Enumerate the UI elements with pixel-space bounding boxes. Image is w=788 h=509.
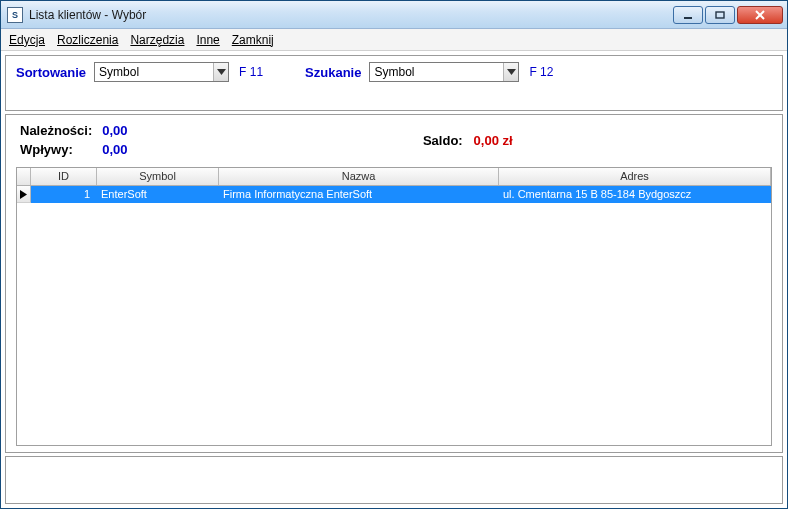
sort-input[interactable] [95, 63, 213, 81]
col-header-adres[interactable]: Adres [499, 168, 771, 185]
cell-nazwa[interactable]: Firma Informatyczna EnterSoft [219, 186, 499, 203]
chevron-down-icon [507, 69, 516, 75]
menu-edycja[interactable]: Edycja [9, 33, 45, 47]
col-header-symbol[interactable]: Symbol [97, 168, 219, 185]
close-icon [754, 10, 766, 20]
sort-combo[interactable] [94, 62, 229, 82]
app-window: S Lista klientów - Wybór Edycja Rozlicze… [0, 0, 788, 509]
svg-rect-0 [684, 17, 692, 19]
saldo-label: Saldo: [423, 133, 463, 148]
grid-header: ID Symbol Nazwa Adres [17, 168, 771, 186]
table-row[interactable]: 1 EnterSoft Firma Informatyczna EnterSof… [17, 186, 771, 203]
cell-id[interactable]: 1 [31, 186, 97, 203]
menu-zamknij[interactable]: Zamknij [232, 33, 274, 47]
menubar: Edycja Rozliczenia Narzędzia Inne Zamkni… [1, 29, 787, 51]
wplywy-value: 0,00 [102, 142, 127, 157]
minimize-button[interactable] [673, 6, 703, 24]
summary-row: Należności: 0,00 Wpływy: 0,00 Saldo: 0,0… [16, 119, 772, 167]
search-combo[interactable] [369, 62, 519, 82]
col-header-nazwa[interactable]: Nazwa [219, 168, 499, 185]
wplywy-label: Wpływy: [20, 142, 92, 157]
sort-dropdown-button[interactable] [213, 63, 228, 81]
search-label: Szukanie [305, 65, 361, 80]
saldo-value: 0,00 zł [474, 133, 513, 148]
search-input[interactable] [370, 63, 503, 81]
sort-label: Sortowanie [16, 65, 86, 80]
maximize-icon [715, 11, 725, 19]
window-title: Lista klientów - Wybór [29, 8, 146, 22]
row-indicator-header [17, 168, 31, 185]
naleznosci-label: Należności: [20, 123, 92, 138]
menu-inne[interactable]: Inne [196, 33, 219, 47]
close-button[interactable] [737, 6, 783, 24]
bottom-panel [5, 456, 783, 504]
app-icon: S [7, 7, 23, 23]
maximize-button[interactable] [705, 6, 735, 24]
minimize-icon [683, 11, 693, 19]
col-header-id[interactable]: ID [31, 168, 97, 185]
svg-marker-6 [20, 190, 27, 199]
titlebar[interactable]: S Lista klientów - Wybór [1, 1, 787, 29]
menu-narzedzia[interactable]: Narzędzia [130, 33, 184, 47]
cell-symbol[interactable]: EnterSoft [97, 186, 219, 203]
row-pointer-icon [20, 190, 27, 199]
clients-grid[interactable]: ID Symbol Nazwa Adres 1 EnterSoft Firma … [16, 167, 772, 446]
sort-shortcut: F 11 [239, 65, 263, 79]
filter-panel: Sortowanie F 11 Szukanie F 12 [5, 55, 783, 111]
cell-adres[interactable]: ul. Cmentarna 15 B 85-184 Bydgoszcz [499, 186, 771, 203]
naleznosci-value: 0,00 [102, 123, 127, 138]
menu-rozliczenia[interactable]: Rozliczenia [57, 33, 118, 47]
svg-marker-5 [507, 69, 516, 75]
svg-rect-1 [716, 12, 724, 18]
grid-body[interactable]: 1 EnterSoft Firma Informatyczna EnterSof… [17, 186, 771, 445]
svg-marker-4 [217, 69, 226, 75]
search-dropdown-button[interactable] [503, 63, 518, 81]
current-row-indicator [17, 186, 31, 203]
main-panel: Należności: 0,00 Wpływy: 0,00 Saldo: 0,0… [5, 114, 783, 453]
chevron-down-icon [217, 69, 226, 75]
search-shortcut: F 12 [529, 65, 553, 79]
